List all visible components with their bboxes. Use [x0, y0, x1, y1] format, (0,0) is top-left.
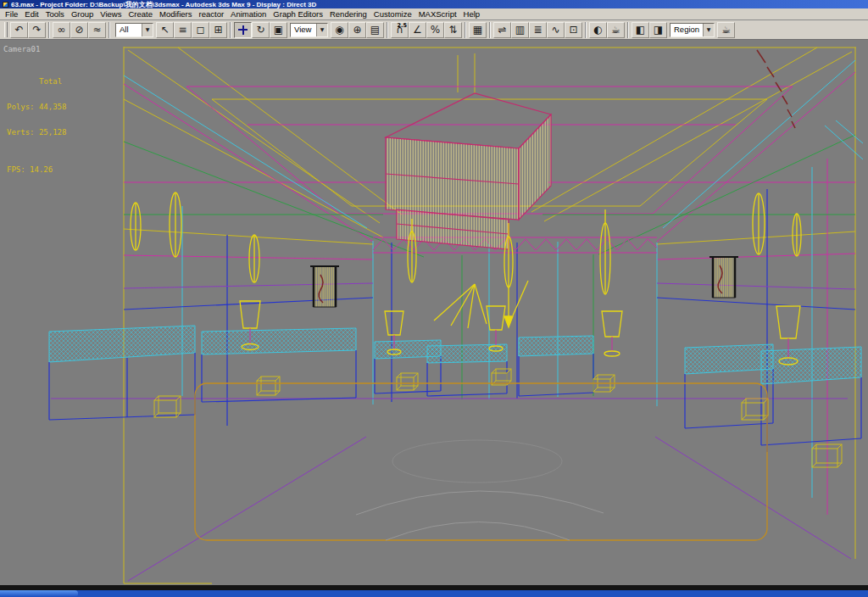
- render-preset-icon: ◨: [654, 23, 663, 36]
- percent-snap-button[interactable]: %: [426, 22, 444, 38]
- align-icon: ▥: [515, 23, 525, 36]
- toolbar-separator: [627, 22, 629, 38]
- stats-fps: FPS: 14.26: [7, 165, 66, 174]
- link-icon: ∞: [58, 23, 66, 36]
- move-cross-icon: [238, 25, 248, 35]
- chevron-down-icon: ▼: [142, 24, 153, 36]
- menu-create[interactable]: Create: [125, 8, 156, 20]
- mirror-button[interactable]: ⇌: [493, 22, 511, 38]
- select-and-link-button[interactable]: ∞: [53, 22, 70, 38]
- undo-icon: ↶: [14, 23, 23, 36]
- menu-group[interactable]: Group: [68, 8, 97, 20]
- unlink-selection-button[interactable]: ⊘: [70, 22, 88, 38]
- select-by-name-icon: ≡: [178, 23, 186, 36]
- menu-maxscript[interactable]: MAXScript: [415, 8, 460, 20]
- menu-help[interactable]: Help: [460, 8, 484, 20]
- menu-reactor[interactable]: reactor: [196, 8, 228, 20]
- menubar: FileEditToolsGroupViewsCreateModifiersre…: [0, 8, 868, 20]
- pivot-center-icon: ◉: [335, 23, 343, 36]
- redo-button[interactable]: ↷: [28, 22, 46, 38]
- render-preset-b-button[interactable]: ◨: [649, 22, 667, 38]
- toolbar-separator: [585, 22, 587, 38]
- quick-render-teapot-icon: ☕: [721, 23, 731, 36]
- stats-polys: Polys: 44,358: [7, 103, 66, 111]
- material-sphere-icon: ◐: [593, 23, 602, 36]
- use-pivot-center-button[interactable]: ◉: [331, 22, 348, 38]
- taskbar-start-fragment[interactable]: [0, 590, 78, 597]
- menu-customize[interactable]: Customize: [370, 8, 415, 20]
- viewport-background: [0, 40, 868, 585]
- menu-edit[interactable]: Edit: [21, 8, 42, 20]
- menu-modifiers[interactable]: Modifiers: [156, 8, 196, 20]
- toolbar-drag-handle[interactable]: [4, 22, 8, 37]
- select-by-name-button[interactable]: ≡: [174, 22, 192, 38]
- snap-mode-label: 2.5: [397, 23, 407, 28]
- chevron-down-icon: ▼: [703, 24, 714, 36]
- window-crossing-button[interactable]: ⊞: [209, 22, 227, 38]
- space-warp-icon: ≈: [92, 23, 101, 36]
- menu-file[interactable]: File: [2, 8, 21, 20]
- quick-render-button[interactable]: ☕: [717, 22, 735, 38]
- select-and-manipulate-button[interactable]: ⊕: [348, 22, 366, 38]
- toolbar-separator: [489, 22, 491, 38]
- angle-snap-button[interactable]: ∠: [409, 22, 426, 38]
- align-button[interactable]: ▥: [511, 22, 529, 38]
- spinner-snap-icon: ⇅: [448, 23, 457, 36]
- toolbar-separator: [48, 22, 50, 38]
- toolbar-separator: [108, 22, 110, 38]
- mirror-icon: ⇌: [498, 23, 506, 36]
- keyboard-icon: ▤: [370, 23, 380, 36]
- bind-to-space-warp-button[interactable]: ≈: [88, 22, 106, 38]
- main-toolbar: ↶ ↷ ∞ ⊘ ≈ All ▼ ↖ ≡ ◻ ⊞ ↻ ▣ View ▼ ◉ ⊕ ▤…: [0, 20, 868, 40]
- render-teapot-icon: ☕: [611, 23, 620, 36]
- windows-taskbar: [0, 590, 868, 597]
- menu-views[interactable]: Views: [97, 8, 125, 20]
- rotate-icon: ↻: [256, 23, 264, 36]
- schematic-view-icon: ⊡: [569, 23, 577, 36]
- render-preset-icon: ◧: [636, 23, 645, 36]
- unlink-icon: ⊘: [75, 23, 83, 36]
- stats-total-label: Total: [39, 77, 66, 86]
- named-sets-icon: ▦: [473, 23, 482, 36]
- render-type-value: Region: [670, 24, 703, 36]
- camera-label: Camera01: [3, 45, 40, 53]
- render-scene-dialog-button[interactable]: ☕: [607, 22, 625, 38]
- window-crossing-icon: ⊞: [214, 23, 222, 36]
- window-title: 63.max - Project Folder: D:\Backup\我的文档\…: [11, 0, 316, 8]
- schematic-view-button[interactable]: ⊡: [565, 22, 582, 38]
- 3dsmax-window: 63.max - Project Folder: D:\Backup\我的文档\…: [0, 0, 868, 597]
- menu-animation[interactable]: Animation: [227, 8, 270, 20]
- spinner-snap-button[interactable]: ⇅: [444, 22, 462, 38]
- undo-button[interactable]: ↶: [10, 22, 28, 38]
- coord-system-dropdown[interactable]: View ▼: [290, 23, 328, 37]
- layers-icon: ≣: [533, 23, 542, 36]
- material-editor-button[interactable]: ◐: [589, 22, 607, 38]
- app-icon: [3, 2, 8, 8]
- select-and-scale-button[interactable]: ▣: [270, 22, 287, 38]
- redo-icon: ↷: [32, 23, 41, 36]
- region-rect-icon: ◻: [197, 23, 205, 36]
- curve-editor-button[interactable]: ∿: [547, 22, 565, 38]
- camera-viewport[interactable]: Camera01 Total Polys: 44,358 Verts: 25,1…: [0, 40, 868, 585]
- selection-region-button[interactable]: ◻: [192, 22, 209, 38]
- select-and-rotate-button[interactable]: ↻: [252, 22, 270, 38]
- menu-rendering[interactable]: Rendering: [326, 8, 370, 20]
- render-type-dropdown[interactable]: Region ▼: [670, 23, 715, 37]
- menu-graph-editors[interactable]: Graph Editors: [270, 8, 326, 20]
- angle-snap-icon: ∠: [413, 23, 422, 36]
- selection-filter-value: All: [116, 24, 142, 36]
- select-cursor-icon: ↖: [160, 23, 169, 36]
- keyboard-override-button[interactable]: ▤: [366, 22, 384, 38]
- selection-filter-dropdown[interactable]: All ▼: [115, 23, 153, 37]
- select-object-button[interactable]: ↖: [156, 22, 174, 38]
- layer-manager-button[interactable]: ≣: [529, 22, 547, 38]
- named-selection-sets-button[interactable]: ▦: [469, 22, 487, 38]
- viewport-statistics: Total Polys: 44,358 Verts: 25,128 FPS: 1…: [7, 60, 66, 191]
- wireframe-scene: [0, 40, 868, 585]
- curve-editor-icon: ∿: [551, 23, 559, 36]
- render-preset-a-button[interactable]: ◧: [632, 22, 649, 38]
- snaps-toggle-button[interactable]: ∩ 2.5: [391, 22, 409, 38]
- coord-system-value: View: [291, 24, 316, 36]
- select-and-move-button[interactable]: [234, 22, 252, 38]
- menu-tools[interactable]: Tools: [42, 8, 68, 20]
